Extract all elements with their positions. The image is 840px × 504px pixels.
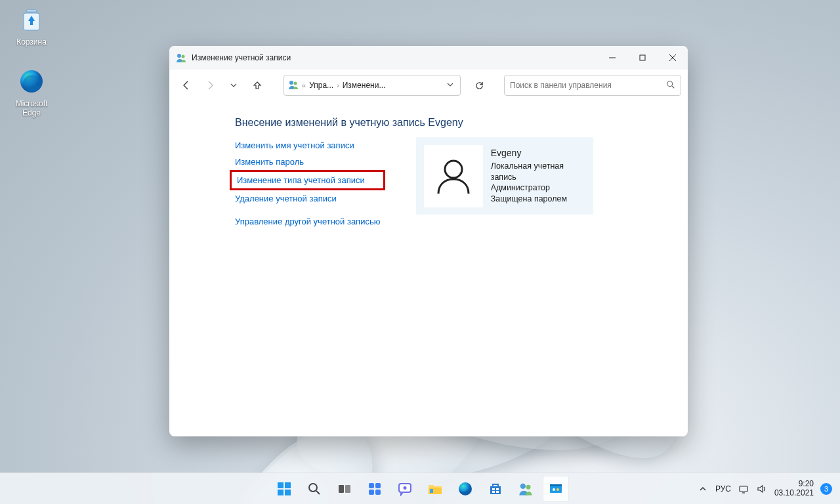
close-button[interactable] (658, 46, 688, 70)
search-box[interactable] (504, 75, 681, 96)
address-dropdown[interactable] (444, 81, 456, 90)
clock[interactable]: 9:20 03.10.2021 (774, 480, 814, 498)
svg-line-11 (672, 85, 675, 88)
svg-rect-31 (496, 488, 499, 490)
svg-rect-33 (496, 491, 499, 493)
edge-shortcut[interactable]: Microsoft Edge (7, 66, 56, 117)
svg-rect-5 (640, 55, 645, 60)
svg-point-9 (294, 81, 297, 85)
up-button[interactable] (247, 75, 268, 96)
svg-point-10 (667, 81, 673, 86)
svg-rect-13 (278, 482, 284, 488)
network-icon[interactable] (738, 483, 749, 495)
taskbar: РУС 9:20 03.10.2021 3 (0, 472, 840, 504)
annotation-highlight: Изменение типа учетной записи (230, 170, 385, 190)
recent-dropdown[interactable] (223, 75, 244, 96)
svg-point-3 (182, 55, 185, 58)
back-button[interactable] (176, 75, 197, 96)
svg-rect-40 (740, 486, 747, 492)
svg-rect-24 (375, 490, 381, 495)
link-change-password[interactable]: Изменить пароль (235, 157, 380, 167)
taskbar-center (271, 476, 569, 502)
tray-overflow[interactable] (697, 483, 709, 495)
svg-point-12 (445, 161, 462, 178)
svg-rect-21 (369, 483, 374, 488)
link-delete-account[interactable]: Удаление учетной записи (235, 194, 380, 203)
svg-point-39 (556, 488, 559, 491)
toolbar: « Упра... › Изменени... (169, 70, 688, 101)
taskbar-search[interactable] (301, 476, 327, 502)
breadcrumb-root[interactable]: Упра... (309, 81, 333, 90)
content-area: Внесение изменений в учетную запись Evge… (169, 101, 688, 436)
svg-point-2 (177, 54, 181, 58)
account-card[interactable]: Evgeny Локальная учетная запись Админист… (416, 137, 593, 215)
forward-button[interactable] (200, 75, 220, 96)
link-change-account-type[interactable]: Изменение типа учетной записи (237, 175, 365, 185)
address-bar[interactable]: « Упра... › Изменени... (284, 75, 461, 96)
svg-rect-19 (339, 485, 344, 493)
user-accounts-app[interactable] (513, 476, 539, 502)
edge-taskbar[interactable] (452, 476, 478, 502)
svg-point-34 (520, 483, 526, 488)
file-explorer[interactable] (422, 476, 448, 502)
page-heading: Внесение изменений в учетную запись Evge… (235, 117, 668, 129)
search-icon[interactable] (666, 80, 675, 91)
svg-rect-23 (369, 490, 374, 495)
svg-rect-32 (492, 491, 495, 493)
svg-rect-37 (550, 484, 562, 486)
system-tray: РУС 9:20 03.10.2021 3 (697, 480, 840, 498)
task-view[interactable] (331, 476, 358, 502)
search-input[interactable] (510, 81, 666, 90)
svg-point-38 (553, 488, 555, 491)
action-links: Изменить имя учетной записи Изменить пар… (235, 140, 380, 226)
account-type: Локальная учетная запись (491, 161, 586, 183)
svg-line-18 (316, 491, 320, 494)
minimize-button[interactable] (597, 46, 627, 70)
language-indicator[interactable]: РУС (715, 484, 731, 494)
notification-badge[interactable]: 3 (820, 483, 832, 495)
svg-rect-15 (278, 490, 284, 495)
svg-rect-14 (285, 482, 291, 488)
svg-point-35 (526, 484, 531, 489)
svg-point-8 (289, 81, 293, 85)
titlebar[interactable]: Изменение учетной записи (169, 46, 688, 70)
svg-rect-20 (345, 485, 350, 493)
recycle-bin[interactable]: Корзина (7, 4, 56, 47)
account-name: Evgeny (491, 147, 586, 159)
user-accounts-icon (176, 52, 186, 63)
recycle-bin-label: Корзина (16, 37, 47, 47)
svg-point-26 (404, 486, 407, 490)
refresh-button[interactable] (469, 75, 490, 96)
svg-rect-16 (285, 490, 291, 495)
control-panel-taskbar[interactable] (543, 476, 569, 502)
recycle-bin-icon (16, 4, 47, 35)
date: 03.10.2021 (774, 489, 814, 498)
svg-rect-30 (492, 488, 495, 490)
volume-icon[interactable] (756, 483, 768, 495)
chevron-right-icon: › (337, 81, 339, 89)
svg-point-29 (459, 482, 472, 495)
svg-rect-22 (375, 483, 381, 488)
breadcrumb-prefix: « (302, 81, 306, 89)
window-title: Изменение учетной записи (192, 53, 291, 62)
account-role: Администратор (491, 182, 586, 194)
account-password-status: Защищена паролем (491, 194, 586, 205)
chat[interactable] (392, 476, 418, 502)
widgets[interactable] (362, 476, 388, 502)
link-manage-other-account[interactable]: Управление другой учетной записью (235, 217, 380, 226)
link-rename-account[interactable]: Изменить имя учетной записи (235, 140, 380, 150)
start-button[interactable] (271, 476, 297, 502)
microsoft-store[interactable] (482, 476, 509, 502)
user-accounts-icon (288, 79, 299, 92)
edge-icon (16, 66, 47, 97)
avatar (424, 145, 482, 207)
edge-label: Microsoft Edge (16, 99, 48, 117)
svg-rect-28 (430, 489, 433, 493)
control-panel-window: Изменение учетной записи « Упра... › Изм… (169, 46, 688, 436)
svg-point-17 (309, 484, 317, 492)
maximize-button[interactable] (627, 46, 658, 70)
breadcrumb-current[interactable]: Изменени... (343, 81, 386, 90)
account-details: Evgeny Локальная учетная запись Админист… (491, 147, 586, 205)
time: 9:20 (774, 480, 814, 489)
